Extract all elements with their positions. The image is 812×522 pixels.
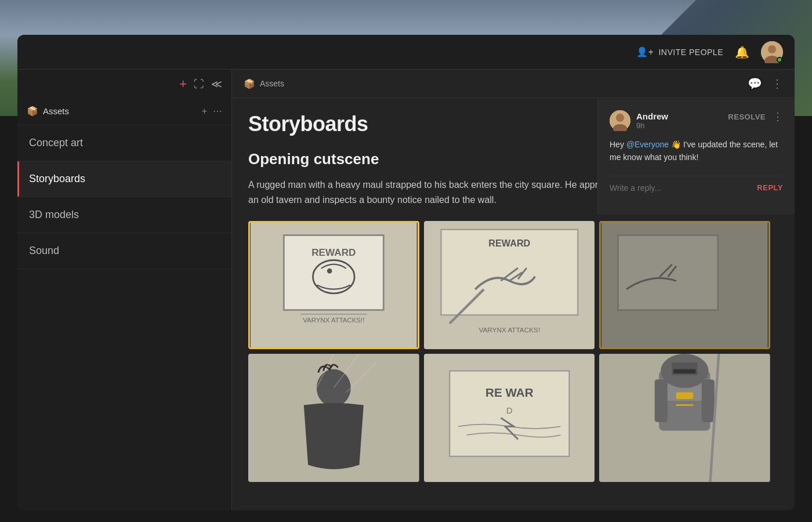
svg-text:VARYNX ATTACKS!: VARYNX ATTACKS! bbox=[478, 326, 540, 334]
sidebar-item-sound[interactable]: Sound bbox=[17, 233, 231, 269]
content-actions: 💬 ⋮ bbox=[748, 77, 783, 90]
storyboard-cell-2[interactable]: REWARD VARYNX ATTACKS! bbox=[424, 221, 595, 349]
invite-people-button[interactable]: 👤+ INVITE PEOPLE bbox=[636, 46, 723, 57]
main-content: 📦 Assets 💬 ⋮ Storyboards Opening cutscen… bbox=[232, 70, 795, 510]
more-options-button[interactable]: ⋮ bbox=[771, 77, 783, 90]
section-menu-button[interactable]: ⋯ bbox=[213, 106, 222, 117]
comment-actions: RESOLVE ⋮ bbox=[728, 110, 783, 123]
section-header: 📦 Assets + ⋯ bbox=[27, 106, 222, 117]
sidebar-item-storyboards[interactable]: Storyboards bbox=[17, 161, 231, 197]
collapse-button[interactable]: ≪ bbox=[211, 78, 222, 90]
comment-header: Andrew 9h RESOLVE ⋮ bbox=[610, 110, 783, 131]
breadcrumb: 📦 Assets bbox=[244, 78, 284, 89]
resolve-button[interactable]: RESOLVE bbox=[728, 113, 766, 121]
svg-text:RE WAR: RE WAR bbox=[485, 386, 534, 399]
assets-section: 📦 Assets + ⋯ bbox=[17, 99, 231, 125]
content-header-bar: 📦 Assets 💬 ⋮ bbox=[232, 70, 795, 98]
reply-input[interactable] bbox=[610, 183, 757, 193]
invite-label: INVITE PEOPLE bbox=[658, 48, 723, 57]
commenter-info: Andrew 9h bbox=[610, 110, 668, 131]
storyboard-cell-3[interactable] bbox=[599, 221, 770, 349]
header-actions: 👤+ INVITE PEOPLE 🔔 bbox=[636, 41, 783, 63]
assets-icon: 📦 bbox=[27, 106, 38, 117]
svg-rect-15 bbox=[618, 235, 718, 310]
reply-area: REPLY bbox=[610, 176, 783, 193]
storyboard-cell-4[interactable] bbox=[248, 354, 419, 482]
svg-point-34 bbox=[616, 114, 624, 122]
commenter-name: Andrew bbox=[636, 111, 668, 121]
collapse-icon: ≪ bbox=[211, 78, 222, 90]
svg-point-17 bbox=[317, 369, 351, 407]
sidebar-toolbar: + ⛶ ≪ bbox=[17, 70, 231, 99]
comment-panel: Andrew 9h RESOLVE ⋮ Hey @Everyone 👋 I've… bbox=[597, 99, 795, 215]
storyboard-bottom-grid: RE WAR D bbox=[248, 354, 770, 482]
svg-rect-25 bbox=[655, 379, 668, 422]
nav-label: Sound bbox=[29, 245, 59, 257]
svg-rect-31 bbox=[676, 392, 693, 399]
add-button[interactable]: + bbox=[179, 77, 187, 92]
svg-point-7 bbox=[327, 269, 332, 274]
svg-text:VARYNX ATTACKS!!: VARYNX ATTACKS!! bbox=[303, 317, 364, 324]
expand-button[interactable]: ⛶ bbox=[194, 78, 204, 90]
plus-icon: + bbox=[179, 77, 187, 92]
breadcrumb-icon: 📦 bbox=[244, 78, 255, 89]
mention: @Everyone bbox=[626, 140, 669, 149]
storyboard-grid: REWARD VARYNX ATTACKS!! bbox=[248, 221, 770, 349]
sidebar-item-concept-art[interactable]: Concept art bbox=[17, 125, 231, 161]
svg-text:REWARD: REWARD bbox=[488, 238, 530, 248]
svg-text:D: D bbox=[506, 406, 513, 415]
commenter-details: Andrew 9h bbox=[636, 111, 668, 130]
bell-icon: 🔔 bbox=[735, 45, 749, 59]
notification-button[interactable]: 🔔 bbox=[735, 45, 749, 59]
breadcrumb-text: Assets bbox=[260, 79, 284, 88]
svg-rect-29 bbox=[674, 369, 696, 374]
section-add-button[interactable]: + bbox=[202, 106, 207, 117]
app-container: 👤+ INVITE PEOPLE 🔔 Saved bbox=[17, 35, 795, 510]
comment-menu-button[interactable]: ⋮ bbox=[773, 110, 783, 123]
section-title: 📦 Assets bbox=[27, 106, 69, 117]
add-person-icon: 👤+ bbox=[636, 46, 654, 57]
comment-button[interactable]: 💬 bbox=[748, 77, 762, 90]
svg-rect-26 bbox=[702, 379, 715, 422]
user-avatar-container[interactable] bbox=[761, 41, 783, 63]
ellipsis-vertical-icon: ⋮ bbox=[773, 111, 783, 122]
svg-text:REWARD: REWARD bbox=[311, 247, 356, 259]
nav-label: 3D models bbox=[29, 209, 79, 221]
storyboard-cell-1[interactable]: REWARD VARYNX ATTACKS!! bbox=[248, 221, 419, 349]
comment-time: 9h bbox=[636, 121, 668, 130]
sidebar-item-3d-models[interactable]: 3D models bbox=[17, 197, 231, 233]
section-actions: + ⋯ bbox=[202, 106, 222, 117]
reply-button[interactable]: REPLY bbox=[757, 183, 783, 192]
online-indicator bbox=[777, 57, 782, 63]
ellipsis-vertical-icon: ⋮ bbox=[771, 77, 783, 90]
storyboard-cell-6[interactable] bbox=[599, 354, 770, 482]
nav-label: Concept art bbox=[29, 137, 83, 149]
scene-description: A rugged man with a heavy maul strapped … bbox=[248, 177, 631, 207]
comment-body: Hey @Everyone 👋 I've updated the scene, … bbox=[610, 138, 783, 164]
sidebar: + ⛶ ≪ 📦 Assets + ⋯ bbox=[17, 70, 232, 510]
commenter-avatar bbox=[610, 110, 630, 131]
expand-icon: ⛶ bbox=[194, 78, 204, 90]
nav-label: Storyboards bbox=[29, 173, 85, 185]
comment-icon: 💬 bbox=[748, 77, 762, 90]
svg-point-1 bbox=[768, 45, 776, 53]
storyboard-cell-5[interactable]: RE WAR D bbox=[424, 354, 595, 482]
section-title-label: Assets bbox=[43, 106, 69, 116]
app-header: 👤+ INVITE PEOPLE 🔔 bbox=[17, 35, 795, 70]
app-body: + ⛶ ≪ 📦 Assets + ⋯ bbox=[17, 70, 795, 510]
